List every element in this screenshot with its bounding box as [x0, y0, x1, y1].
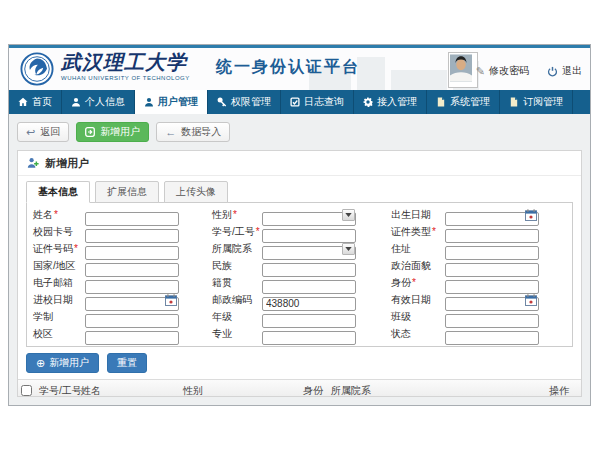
data-import-button[interactable]: ← 数据导入: [156, 122, 230, 142]
form-field-grade: 年级: [212, 310, 391, 324]
field-label: 校园卡号: [33, 225, 85, 239]
form-field-identity: 身份*: [391, 276, 570, 290]
student-id-input[interactable]: [262, 229, 356, 243]
form-field-campus: 校区: [33, 327, 212, 341]
form-field-address: 住址: [391, 242, 570, 256]
app-window: 武汉理工大学 WUHAN UNIVERSITY OF TECHNOLOGY 统一…: [8, 44, 591, 406]
logout-link[interactable]: 退出: [547, 64, 582, 78]
field-label: 班级: [391, 310, 445, 324]
form-actions: ⊕ 新增用户 重置: [18, 347, 581, 379]
field-label: 有效日期: [391, 293, 445, 307]
toolbar-add-user-button[interactable]: 新增用户: [76, 122, 149, 142]
field-label: 校区: [33, 327, 85, 341]
logout-label: 退出: [562, 64, 582, 78]
dropdown-arrow-icon[interactable]: [342, 243, 355, 255]
tab-basic-info[interactable]: 基本信息: [26, 181, 90, 203]
key-icon: [217, 97, 227, 107]
select-all-checkbox[interactable]: [21, 385, 32, 396]
field-label: 出生日期: [391, 208, 445, 222]
field-label: 姓名*: [33, 208, 85, 222]
nav-label: 日志查询: [304, 95, 344, 109]
form-field-name: 姓名*: [33, 208, 212, 222]
skyline-watermark: [357, 57, 385, 90]
nav-label: 系统管理: [450, 95, 490, 109]
field-label: 电子邮箱: [33, 276, 85, 290]
reset-button[interactable]: 重置: [107, 353, 147, 373]
add-user-icon: [27, 157, 39, 169]
nav-item-access-mgmt[interactable]: 接入管理: [354, 90, 427, 114]
toolbar: ↩ 返回 新增用户 ← 数据导入: [17, 122, 582, 142]
field-label: 民族: [212, 259, 262, 273]
address-input[interactable]: [445, 246, 539, 260]
gear-icon: [363, 97, 373, 107]
calendar-icon[interactable]: [525, 209, 537, 221]
document-icon: [436, 97, 446, 107]
status-input[interactable]: [445, 331, 539, 345]
political-status-input[interactable]: [445, 263, 539, 277]
form-field-student-id: 学号/工号*: [212, 225, 391, 239]
form-field-native-place: 籍贯: [212, 276, 391, 290]
form-field-country: 国家/地区: [33, 259, 212, 273]
tab-extended-info[interactable]: 扩展信息: [95, 181, 159, 203]
grade-input[interactable]: [262, 314, 356, 328]
calendar-icon[interactable]: [165, 294, 177, 306]
id-number-input[interactable]: [85, 246, 179, 260]
dropdown-arrow-icon[interactable]: [342, 209, 355, 221]
content-area: ↩ 返回 新增用户 ← 数据导入: [9, 114, 590, 405]
form-field-status: 状态: [391, 327, 570, 341]
nav-item-permission-mgmt[interactable]: 权限管理: [208, 90, 281, 114]
school-system-input[interactable]: [85, 314, 179, 328]
name-input[interactable]: [85, 212, 179, 226]
identity-input[interactable]: [445, 280, 539, 294]
nav-item-log-query[interactable]: 日志查询: [281, 90, 354, 114]
field-label: 政治面貌: [391, 259, 445, 273]
postal-code-input[interactable]: [262, 297, 356, 311]
form-field-email: 电子邮箱: [33, 276, 212, 290]
field-label: 性别*: [212, 208, 262, 222]
tab-upload-avatar[interactable]: 上传头像: [164, 181, 228, 203]
table-header-identity: 身份: [303, 384, 331, 398]
form-field-major: 专业: [212, 327, 391, 341]
field-label: 身份*: [391, 276, 445, 290]
brand-block: 武汉理工大学 WUHAN UNIVERSITY OF TECHNOLOGY: [61, 52, 190, 81]
change-password-link[interactable]: ✎ 修改密码: [476, 64, 529, 78]
field-label: 证件号码*: [33, 242, 85, 256]
email-input[interactable]: [85, 280, 179, 294]
form-field-political-status: 政治面貌: [391, 259, 570, 273]
page-header: 武汉理工大学 WUHAN UNIVERSITY OF TECHNOLOGY 统一…: [9, 48, 590, 90]
back-button[interactable]: ↩ 返回: [17, 122, 69, 142]
ethnicity-input[interactable]: [262, 263, 356, 277]
new-user-panel: 新增用户 基本信息 扩展信息 上传头像 姓名* 性别*: [17, 150, 582, 397]
field-label: 进校日期: [33, 293, 85, 307]
nav-item-system-mgmt[interactable]: 系统管理: [427, 90, 500, 114]
field-label: 学号/工号*: [212, 225, 262, 239]
class-input[interactable]: [445, 314, 539, 328]
table-header-gender: 性别: [183, 384, 303, 398]
main-nav: 首页 个人信息 用户管理 权限管理 日志查询 接入管理 系统管理 订阅管理: [9, 90, 590, 114]
id-type-input[interactable]: [445, 229, 539, 243]
field-label: 籍贯: [212, 276, 262, 290]
submit-add-user-label: 新增用户: [49, 356, 89, 370]
university-name-en: WUHAN UNIVERSITY OF TECHNOLOGY: [61, 75, 190, 81]
native-place-input[interactable]: [262, 280, 356, 294]
form-field-department: 所属院系: [212, 242, 391, 256]
submit-add-user-button[interactable]: ⊕ 新增用户: [26, 353, 99, 373]
data-import-label: 数据导入: [181, 125, 221, 139]
nav-item-profile[interactable]: 个人信息: [62, 90, 135, 114]
country-input[interactable]: [85, 263, 179, 277]
form-field-class: 班级: [391, 310, 570, 324]
major-input[interactable]: [262, 331, 356, 345]
nav-item-home[interactable]: 首页: [9, 90, 62, 114]
section-header: 新增用户: [18, 151, 581, 176]
university-logo-icon: [20, 52, 54, 86]
form-field-ethnicity: 民族: [212, 259, 391, 273]
field-label: 证件类型*: [391, 225, 445, 239]
form-field-gender: 性别*: [212, 208, 391, 222]
campus-input[interactable]: [85, 331, 179, 345]
calendar-icon[interactable]: [525, 294, 537, 306]
field-label: 学制: [33, 310, 85, 324]
campus-card-input[interactable]: [85, 229, 179, 243]
nav-item-subscription-mgmt[interactable]: 订阅管理: [500, 90, 573, 114]
nav-item-user-mgmt[interactable]: 用户管理: [135, 90, 208, 114]
user-avatar[interactable]: [448, 52, 478, 88]
